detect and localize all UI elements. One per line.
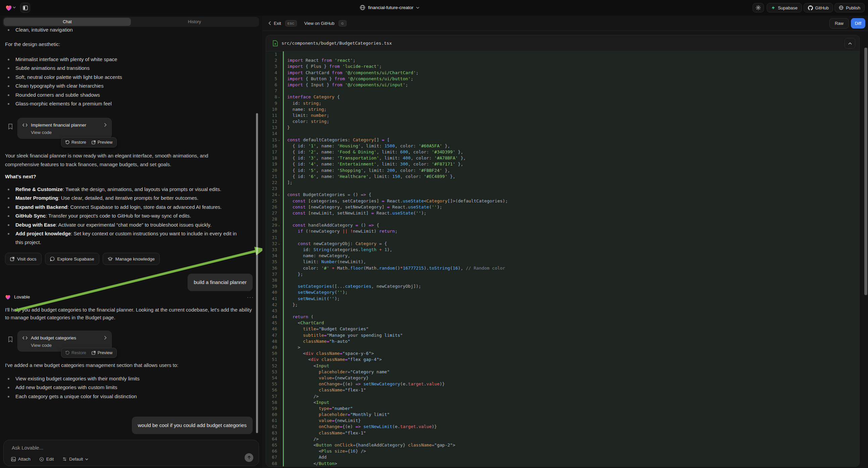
fold-chevron-icon[interactable]: ⌄ <box>278 222 280 228</box>
github-button[interactable]: GitHub <box>804 3 833 12</box>
mode-selector[interactable]: Default <box>62 457 88 462</box>
prompt-composer[interactable]: Ask Lovable... Attach Edit Default <box>3 440 259 466</box>
diff-added-bar <box>283 393 284 400</box>
diff-added-bar <box>283 265 284 271</box>
line-number: 25 <box>266 198 283 204</box>
code-line: 7 <box>266 88 859 94</box>
code-line: 43 <box>266 308 859 314</box>
send-button[interactable] <box>245 453 253 462</box>
publish-button[interactable]: Publish <box>834 3 865 12</box>
code-line: 47 subtitle="Manage your spending limits… <box>266 332 859 339</box>
view-code-link[interactable]: View code <box>31 343 107 348</box>
line-number: 66 <box>266 448 283 454</box>
arrow-up-icon <box>247 456 251 460</box>
line-number: 16 <box>266 143 283 149</box>
list-item: GitHub Sync: Transfer your project's cod… <box>5 211 244 220</box>
restore-button-disabled[interactable]: Restore <box>65 351 86 355</box>
code-panel-scrollbar[interactable] <box>864 48 867 295</box>
edit-card-title: Implement financial planner <box>31 122 86 127</box>
user-message-bubble: would be cool if you could add budget ca… <box>132 417 253 434</box>
visit-docs-button[interactable]: Visit docs <box>5 253 41 265</box>
fold-chevron-icon[interactable]: ⌄ <box>278 94 280 100</box>
logo-chevron-down-icon[interactable] <box>13 6 16 8</box>
view-on-github-link[interactable]: View on GitHub <box>304 21 335 26</box>
attach-image-icon <box>11 457 16 462</box>
manage-knowledge-button[interactable]: Manage knowledge <box>103 253 160 265</box>
chat-scrollbar[interactable] <box>256 113 258 433</box>
chat-panel: Chat History Clean, intuitive navigation… <box>0 16 262 468</box>
code-line: 12 color: string; <box>266 118 859 124</box>
fold-chevron-icon[interactable]: ⌄ <box>278 240 280 246</box>
diff-added-bar <box>283 235 284 241</box>
diff-added-bar <box>283 198 284 204</box>
settings-button[interactable] <box>752 3 764 12</box>
diff-added-bar <box>283 216 284 222</box>
external-link-icon <box>92 140 96 144</box>
code-line: 4import ChartCard from '@/components/ui/… <box>266 70 859 76</box>
code-line: 10 name: string; <box>266 107 859 113</box>
whats-next-heading: What's next? <box>5 174 36 179</box>
lovable-logo-icon[interactable] <box>5 4 12 11</box>
toggle-sidebar-button[interactable] <box>20 3 30 13</box>
diff-added-bar <box>283 94 284 100</box>
line-number: 11 <box>266 113 283 118</box>
list-item: Each category gets a unique color for vi… <box>5 392 247 401</box>
list-item: View existing budget categories with the… <box>5 374 247 383</box>
exit-button[interactable]: Exit <box>269 21 281 26</box>
line-number: 40 <box>266 289 283 295</box>
line-number: 59 <box>266 406 283 412</box>
preview-button[interactable]: Preview <box>92 140 113 145</box>
preview-button[interactable]: Preview <box>92 351 113 355</box>
supabase-button[interactable]: Supabase <box>767 3 802 12</box>
code-line: 38 <box>266 277 859 283</box>
restore-button[interactable]: Restore <box>65 140 86 145</box>
bookmark-icon[interactable] <box>8 123 13 129</box>
explore-supabase-button[interactable]: Explore Supabase <box>45 253 99 265</box>
tab-chat[interactable]: Chat <box>4 18 131 26</box>
line-number: 18 <box>266 155 283 161</box>
line-number: 56 <box>266 387 283 393</box>
message-menu-button[interactable]: ··· <box>247 294 254 300</box>
code-line: 63 className="flex-1" <box>266 430 859 436</box>
diff-toggle-button[interactable]: Diff <box>851 18 865 29</box>
line-number: 50 <box>266 351 283 356</box>
edit-card-implement-planner[interactable]: Implement financial planner View code <box>18 118 112 139</box>
file-path: src/components/budget/BudgetCategories.t… <box>281 40 392 46</box>
diff-added-bar <box>283 400 284 406</box>
diff-added-bar <box>283 412 284 418</box>
publish-globe-icon <box>839 5 843 10</box>
code-line: 2import React from 'react'; <box>266 57 859 63</box>
collapse-file-button[interactable] <box>844 38 855 49</box>
diff-added-bar <box>283 210 284 216</box>
line-number: 67 <box>266 454 283 460</box>
code-content[interactable]: 12import React from 'react';3import { Pl… <box>266 51 859 467</box>
diff-added-bar <box>283 100 284 107</box>
fold-chevron-icon[interactable]: ⌄ <box>278 192 280 197</box>
code-line: 8⌄interface Category { <box>266 94 859 100</box>
diff-added-bar <box>283 204 284 210</box>
line-number: 62 <box>266 424 283 430</box>
view-code-link[interactable]: View code <box>31 130 107 135</box>
diff-added-bar <box>283 271 284 277</box>
line-number: 10 <box>266 107 283 113</box>
diff-added-bar <box>283 174 284 180</box>
fold-chevron-icon[interactable]: ⌄ <box>278 137 280 143</box>
line-number: 34 <box>266 253 283 259</box>
code-icon <box>23 336 28 340</box>
line-number: 13 <box>266 124 283 130</box>
tab-history[interactable]: History <box>131 18 258 26</box>
bookmark-icon[interactable] <box>8 337 13 343</box>
prompt-input[interactable]: Ask Lovable... <box>12 445 43 450</box>
sliders-icon <box>62 457 67 461</box>
project-switcher[interactable]: financial-future-creator <box>360 5 420 10</box>
line-number: 57 <box>266 393 283 400</box>
file-header[interactable]: src/components/budget/BudgetCategories.t… <box>266 35 859 51</box>
line-number: 55 <box>266 381 283 387</box>
line-number: 7 <box>266 88 283 94</box>
line-number: 58 <box>266 400 283 406</box>
line-number: 43 <box>266 308 283 314</box>
attach-button[interactable]: Attach <box>11 457 31 462</box>
edit-mode-button[interactable]: Edit <box>39 457 54 462</box>
code-toolbar: Exit ESC View on GitHub G Raw Diff <box>262 16 868 31</box>
raw-toggle-button[interactable]: Raw <box>829 18 849 29</box>
